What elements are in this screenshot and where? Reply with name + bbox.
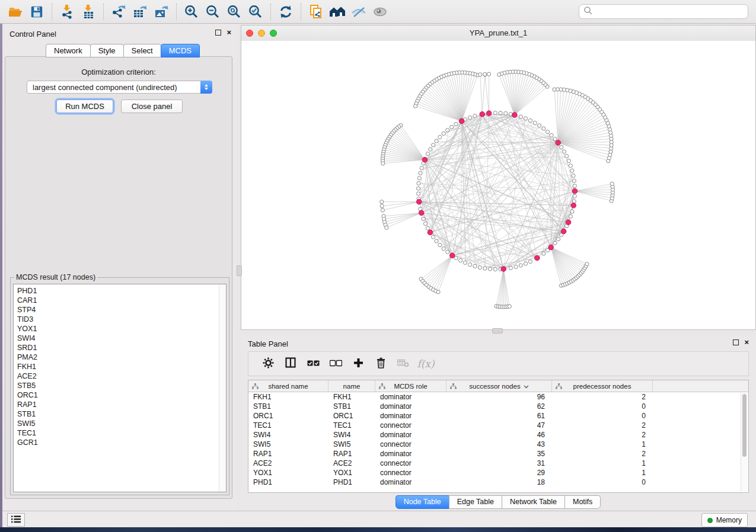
table-cell[interactable]: YOX1	[248, 469, 328, 477]
delete-column-button[interactable]	[369, 354, 392, 374]
tab-edge-table[interactable]: Edge Table	[449, 495, 502, 509]
tab-mcds[interactable]: MCDS	[161, 44, 200, 57]
table-cell[interactable]: 43	[446, 440, 552, 448]
save-session-button[interactable]	[26, 2, 47, 21]
table-cell[interactable]: connector	[375, 421, 446, 430]
mcds-result-item[interactable]: SWI4	[17, 334, 226, 343]
table-cell[interactable]: 2	[552, 421, 653, 430]
table-cell[interactable]: YOX1	[328, 469, 375, 477]
tab-network[interactable]: Network	[46, 44, 91, 57]
import-network-button[interactable]	[56, 2, 78, 21]
column-header-successor-nodes[interactable]: successor nodes	[446, 380, 552, 392]
table-cell[interactable]: dominator	[375, 450, 446, 458]
table-cell[interactable]: dominator	[375, 478, 446, 486]
mcds-result-item[interactable]: SRD1	[17, 343, 226, 352]
table-row[interactable]: FKH1FKH1dominator962	[248, 392, 748, 402]
close-panel-button[interactable]: Close panel	[121, 100, 183, 113]
table-cell[interactable]: SWI5	[328, 440, 375, 448]
table-cell[interactable]: SWI5	[248, 440, 328, 448]
mcds-result-item[interactable]: STP4	[17, 305, 226, 315]
select-all-columns-button[interactable]	[302, 354, 324, 374]
mcds-result-item[interactable]: STB1	[17, 409, 226, 419]
mcds-result-item[interactable]: ORC1	[17, 390, 226, 400]
deselect-all-columns-button[interactable]	[324, 354, 347, 374]
list-scrollbar[interactable]	[219, 284, 226, 492]
network-window-titlebar[interactable]: YPA_prune.txt_1	[241, 25, 755, 41]
refresh-view-button[interactable]	[275, 2, 296, 21]
table-cell[interactable]: 31	[446, 459, 552, 467]
table-cell[interactable]: ACE2	[248, 459, 328, 467]
mcds-result-item[interactable]: PMA2	[17, 352, 226, 362]
table-cell[interactable]: 0	[552, 412, 653, 420]
table-cell[interactable]: 47	[446, 421, 552, 430]
column-header-shared-name[interactable]: shared name	[248, 380, 328, 392]
table-cell[interactable]: RAP1	[328, 450, 375, 458]
table-cell[interactable]: 2	[552, 393, 653, 401]
table-cell[interactable]: 61	[446, 412, 552, 420]
table-row[interactable]: ORC1ORC1dominator610	[248, 411, 748, 421]
mcds-result-item[interactable]: RAP1	[17, 400, 226, 409]
table-row[interactable]: TEC1TEC1connector472	[248, 421, 748, 430]
optimization-select[interactable]: largest connected component (undirected)	[27, 81, 212, 94]
table-cell[interactable]: dominator	[375, 393, 446, 401]
table-cell[interactable]: connector	[375, 469, 446, 477]
table-row[interactable]: PHD1PHD1dominator180	[248, 477, 748, 487]
export-table-button[interactable]	[129, 2, 151, 21]
search-input[interactable]	[593, 7, 748, 17]
table-cell[interactable]: 18	[446, 478, 552, 486]
table-cell[interactable]: ORC1	[328, 412, 375, 420]
float-panel-icon[interactable]	[733, 339, 739, 345]
close-panel-icon[interactable]: ×	[227, 30, 231, 36]
mcds-result-item[interactable]: SWI5	[17, 419, 226, 428]
search-field[interactable]	[579, 4, 748, 19]
zoom-in-button[interactable]	[181, 2, 202, 21]
table-cell[interactable]: PHD1	[328, 478, 375, 486]
table-cell[interactable]: dominator	[375, 412, 446, 420]
zoom-fit-button[interactable]	[224, 2, 245, 21]
mcds-result-item[interactable]: FKH1	[17, 362, 226, 371]
table-cell[interactable]: 2	[552, 450, 653, 458]
mcds-result-item[interactable]: YOX1	[17, 324, 226, 334]
zoom-selected-button[interactable]	[245, 2, 266, 21]
mcds-result-item[interactable]: ACE2	[17, 371, 226, 381]
close-panel-icon[interactable]: ×	[744, 339, 749, 345]
tab-network-table[interactable]: Network Table	[502, 495, 565, 509]
column-visibility-button[interactable]	[279, 354, 302, 374]
table-cell[interactable]: TEC1	[248, 421, 328, 430]
memory-button[interactable]: Memory	[701, 513, 748, 527]
table-options-button[interactable]	[257, 354, 279, 374]
table-cell[interactable]: 96	[446, 393, 552, 401]
table-row[interactable]: YOX1YOX1connector291	[248, 468, 748, 477]
panels-menu-button[interactable]	[7, 513, 25, 527]
table-cell[interactable]: 62	[446, 402, 552, 411]
table-cell[interactable]: PHD1	[248, 478, 328, 486]
table-cell[interactable]: 46	[446, 431, 552, 439]
import-table-button[interactable]	[78, 2, 99, 21]
table-row[interactable]: STB1STB1dominator620	[248, 402, 748, 411]
clone-network-button[interactable]	[305, 2, 327, 21]
vertical-splitter-grip[interactable]	[237, 265, 242, 276]
tab-motifs[interactable]: Motifs	[564, 495, 601, 509]
mcds-result-item[interactable]: STB5	[17, 381, 226, 390]
table-row[interactable]: SWI5SWI5connector431	[248, 440, 748, 449]
table-row[interactable]: RAP1RAP1dominator352	[248, 449, 748, 459]
table-cell[interactable]: SWI4	[248, 431, 328, 439]
tab-select[interactable]: Select	[123, 44, 161, 57]
export-network-button[interactable]	[108, 2, 129, 21]
table-cell[interactable]: 1	[552, 459, 653, 467]
network-canvas[interactable]	[241, 41, 755, 329]
column-header-predecessor-nodes[interactable]: predecessor nodes	[552, 380, 653, 392]
table-cell[interactable]: FKH1	[248, 393, 328, 401]
column-header-MCDS-role[interactable]: MCDS role	[375, 380, 446, 392]
table-cell[interactable]: 1	[552, 440, 653, 448]
table-cell[interactable]: 0	[552, 402, 653, 411]
mcds-result-item[interactable]: GCR1	[17, 438, 226, 447]
tab-node-table[interactable]: Node Table	[395, 495, 449, 509]
table-cell[interactable]: 35	[446, 450, 552, 458]
table-cell[interactable]: 2	[552, 431, 653, 439]
tab-style[interactable]: Style	[90, 44, 124, 57]
table-cell[interactable]: dominator	[375, 402, 446, 411]
table-cell[interactable]: connector	[375, 440, 446, 448]
hide-selected-button[interactable]	[348, 2, 369, 21]
create-column-button[interactable]	[347, 354, 369, 374]
